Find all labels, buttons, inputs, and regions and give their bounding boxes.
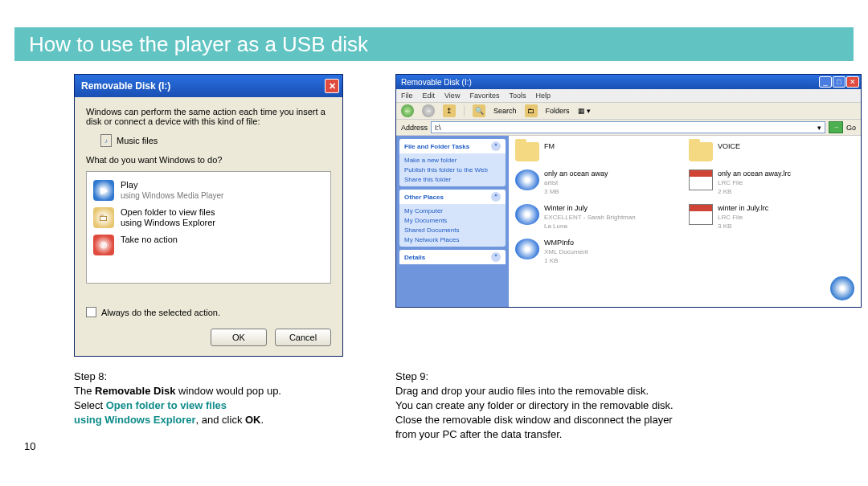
place-item[interactable]: My Documents <box>404 217 501 224</box>
place-item[interactable]: My Network Places <box>404 236 501 243</box>
details-block: Details˅ <box>399 250 506 264</box>
music-file-icon: ♪ <box>100 134 112 147</box>
menu-file[interactable]: File <box>401 92 413 100</box>
step-label: Step 9: <box>395 370 845 384</box>
folder-icon: 🗀 <box>93 207 114 228</box>
side-panel: File and Folder Tasks˄ Make a new folder… <box>396 136 509 307</box>
menu-favorites[interactable]: Favorites <box>469 92 499 100</box>
dialog-buttons: OK Cancel <box>86 329 331 346</box>
file-item[interactable]: only an ocean away.lrcLRC File2 KB <box>689 169 854 196</box>
file-name: FM <box>544 142 555 151</box>
checkbox-icon[interactable] <box>86 307 96 317</box>
ok-button[interactable]: OK <box>211 329 267 346</box>
file-name: WMPInfoXML Document1 KB <box>544 239 588 265</box>
dialog-prompt: What do you want Windows to do? <box>86 155 331 165</box>
cal-icon <box>689 169 713 190</box>
file-item[interactable]: VOICE <box>689 142 854 161</box>
forward-icon[interactable]: → <box>422 104 435 117</box>
file-item[interactable]: winter in July.lrcLRC File3 KB <box>689 204 854 231</box>
dialog-body: Windows can perform the same action each… <box>75 97 342 356</box>
option-play-text: Play using Windows Media Player <box>121 180 223 201</box>
address-bar: Address I:\ ▾ → Go <box>396 120 861 136</box>
tasks-header[interactable]: File and Folder Tasks˄ <box>399 139 506 153</box>
address-input[interactable]: I:\ ▾ <box>431 121 825 133</box>
dialog-filetype: ♪ Music files <box>100 134 331 147</box>
file-item[interactable]: only an ocean awayartist3 MB <box>515 169 681 196</box>
menubar: File Edit View Favorites Tools Help <box>396 89 861 102</box>
folder-icon <box>689 142 713 161</box>
dialog-title: Removable Disk (I:) <box>81 80 170 92</box>
address-label: Address <box>401 124 428 132</box>
places-header[interactable]: Other Places˄ <box>399 190 506 204</box>
close-button[interactable]: ✕ <box>846 76 859 88</box>
places-block: Other Places˄ My Computer My Documents S… <box>399 190 506 247</box>
file-item[interactable]: Winter in JulyEXCELLENT - Sarah Brightma… <box>515 204 681 231</box>
folders-icon[interactable]: 🗀 <box>525 104 538 117</box>
file-name: winter in July.lrcLRC File3 KB <box>718 204 768 231</box>
option-play[interactable]: ▶ Play using Windows Media Player <box>92 177 326 204</box>
close-icon[interactable]: ✕ <box>325 79 339 93</box>
toolbar-search-label[interactable]: Search <box>493 107 517 115</box>
option-no-action-text: Take no action <box>121 235 178 245</box>
explorer-window: Removable Disk (I:) _ □ ✕ File Edit View… <box>395 74 862 308</box>
option-open-folder[interactable]: 🗀 Open folder to view files using Window… <box>92 204 326 231</box>
minimize-button[interactable]: _ <box>819 76 832 88</box>
file-name: only an ocean awayartist3 MB <box>544 169 608 196</box>
menu-help[interactable]: Help <box>535 92 551 100</box>
place-item[interactable]: My Computer <box>404 207 501 214</box>
file-item[interactable]: FM <box>515 142 681 161</box>
action-list: ▶ Play using Windows Media Player 🗀 Open… <box>86 171 331 284</box>
up-icon[interactable]: ↥ <box>443 104 456 117</box>
chevron-down-icon[interactable]: ▾ <box>817 124 821 132</box>
media-icon <box>515 169 539 190</box>
task-item[interactable]: Publish this folder to the Web <box>404 166 501 174</box>
wmp-icon: ▶ <box>93 180 114 201</box>
toolbar: ← → ↥ 🔍 Search 🗀 Folders ▦ ▾ <box>396 102 861 120</box>
option-open-folder-text: Open folder to view files using Windows … <box>121 207 215 228</box>
folder-icon <box>515 142 539 161</box>
removable-disk-dialog: Removable Disk (I:) ✕ Windows can perfor… <box>74 74 343 357</box>
file-name: only an ocean away.lrcLRC File2 KB <box>718 169 791 196</box>
maximize-button[interactable]: □ <box>833 76 845 88</box>
media-icon <box>515 204 539 225</box>
page-number: 10 <box>24 440 35 452</box>
filetype-label: Music files <box>117 136 158 145</box>
chevron-down-icon: ˅ <box>491 252 501 262</box>
task-item[interactable]: Share this folder <box>404 176 501 183</box>
go-button[interactable]: → <box>829 121 843 133</box>
address-value: I:\ <box>435 124 441 132</box>
toolbar-folders-label[interactable]: Folders <box>546 107 570 115</box>
menu-edit[interactable]: Edit <box>423 92 436 100</box>
file-item[interactable]: WMPInfoXML Document1 KB <box>515 239 681 265</box>
step8-caption: Step 8: The Removable Disk window would … <box>74 370 363 427</box>
cancel-button[interactable]: Cancel <box>275 329 331 346</box>
page-title-bar: How to use the player as a USB disk <box>14 27 854 61</box>
place-item[interactable]: Shared Documents <box>404 227 501 234</box>
option-no-action[interactable]: ⊘ Take no action <box>92 231 326 259</box>
menu-view[interactable]: View <box>444 92 460 100</box>
explorer-body: File and Folder Tasks˄ Make a new folder… <box>396 136 861 307</box>
dialog-intro: Windows can perform the same action each… <box>86 107 331 126</box>
always-checkbox-row[interactable]: Always do the selected action. <box>86 307 331 317</box>
explorer-title: Removable Disk (I:) <box>401 78 472 87</box>
explorer-titlebar: Removable Disk (I:) _ □ ✕ <box>396 75 861 89</box>
file-name: Winter in JulyEXCELLENT - Sarah Brightma… <box>544 204 636 231</box>
details-header[interactable]: Details˅ <box>399 250 506 264</box>
search-icon[interactable]: 🔍 <box>473 104 485 117</box>
chevron-up-icon: ˄ <box>491 141 501 151</box>
step-label: Step 8: <box>74 370 363 384</box>
media-icon <box>515 239 539 259</box>
no-action-icon: ⊘ <box>93 235 114 255</box>
always-label: Always do the selected action. <box>101 308 220 317</box>
wmp-corner-icon <box>830 276 854 300</box>
task-item[interactable]: Make a new folder <box>404 157 501 164</box>
window-controls: _ □ ✕ <box>819 76 859 88</box>
file-grid: FMVOICEonly an ocean awayartist3 MBonly … <box>509 136 861 307</box>
tasks-block: File and Folder Tasks˄ Make a new folder… <box>399 139 506 186</box>
chevron-up-icon: ˄ <box>491 192 501 202</box>
back-icon[interactable]: ← <box>401 104 414 117</box>
views-icon[interactable]: ▦ ▾ <box>578 107 592 115</box>
page-title: How to use the player as a USB disk <box>29 32 368 56</box>
cal-icon <box>689 204 713 225</box>
menu-tools[interactable]: Tools <box>509 92 526 100</box>
